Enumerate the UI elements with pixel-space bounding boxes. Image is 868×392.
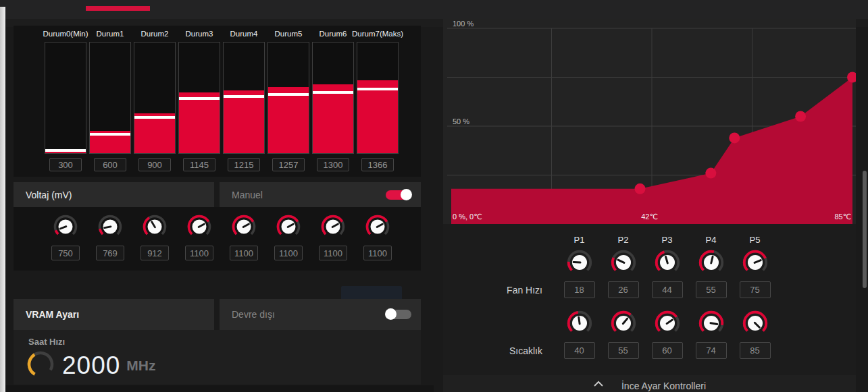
fan-speed-value-box[interactable]: 18 bbox=[564, 281, 595, 298]
fan-knob-cell bbox=[733, 248, 777, 277]
fine-tuning-expander[interactable]: İnce Ayar Kontrolleri bbox=[443, 375, 856, 392]
temperature-value-box[interactable]: 60 bbox=[652, 342, 683, 359]
voltage-value-box[interactable]: 912 bbox=[141, 246, 169, 260]
temperature-value-box[interactable]: 85 bbox=[740, 342, 771, 359]
gpu-state-bar[interactable] bbox=[267, 42, 309, 154]
svg-text:100 %: 100 % bbox=[453, 20, 474, 28]
temperature-knob[interactable] bbox=[697, 309, 725, 337]
fan-speed-value-box[interactable]: 26 bbox=[608, 281, 639, 298]
voltage-value-box[interactable]: 750 bbox=[51, 246, 80, 260]
gpu-state-fill bbox=[313, 84, 353, 153]
voltage-value-box[interactable]: 1100 bbox=[274, 246, 303, 260]
fan-curve-point[interactable] bbox=[705, 168, 716, 179]
voltage-value-box[interactable]: 1100 bbox=[230, 246, 258, 260]
radeon-tuning-screen: Durum0(Min)300Durum1600Durum2900Durum311… bbox=[0, 0, 868, 392]
gpu-state-frequency-box[interactable]: 600 bbox=[94, 158, 126, 171]
gpu-state-label: Durum7(Maks) bbox=[352, 28, 403, 39]
gpu-state-frequency-box[interactable]: 1145 bbox=[183, 158, 215, 171]
gpu-state-frequency-box[interactable]: 1215 bbox=[228, 158, 260, 171]
fan-knob-cell bbox=[689, 248, 733, 277]
gpu-state-frequency-box[interactable]: 1366 bbox=[361, 158, 394, 171]
fan-curve-point[interactable] bbox=[635, 184, 646, 194]
voltage-value-box[interactable]: 1100 bbox=[319, 246, 347, 260]
gpu-state-frequency-box[interactable]: 1257 bbox=[272, 158, 305, 171]
voltage-knob-column: 750 bbox=[45, 207, 86, 271]
gpu-state-label: Durum4 bbox=[230, 28, 258, 39]
fan-knob-row bbox=[443, 309, 856, 337]
voltage-value-box[interactable]: 1100 bbox=[363, 246, 392, 260]
temperature-knob[interactable] bbox=[565, 309, 594, 337]
voltage-knob-column: 1100 bbox=[223, 207, 265, 271]
temperature-knob[interactable] bbox=[741, 309, 769, 337]
voltage-header-row: Voltaj (mV) Manuel bbox=[14, 182, 421, 207]
gpu-state-bar[interactable] bbox=[89, 42, 131, 154]
fan-box-cell: 18 bbox=[557, 281, 601, 298]
fan-knob-cell bbox=[601, 309, 645, 337]
bottom-strip bbox=[5, 385, 434, 392]
svg-text:50 %: 50 % bbox=[453, 117, 469, 125]
temperature-knob[interactable] bbox=[609, 309, 638, 337]
gpu-state-marker bbox=[45, 149, 86, 152]
gpu-state-label: Durum0(Min) bbox=[43, 28, 88, 39]
fan-speed-knob[interactable] bbox=[609, 248, 638, 277]
voltage-value-box[interactable]: 1100 bbox=[185, 246, 213, 260]
gpu-state-fill bbox=[179, 92, 220, 153]
voltage-knob-strip: 75076991211001100110011001100 bbox=[14, 207, 421, 271]
gpu-state-bar[interactable] bbox=[223, 42, 265, 154]
gpu-state-marker bbox=[224, 95, 264, 98]
voltage-knob[interactable] bbox=[141, 213, 168, 240]
vram-toggle[interactable] bbox=[386, 310, 411, 319]
gpu-state-frequency-box[interactable]: 300 bbox=[49, 158, 82, 171]
voltage-manual-toggle[interactable] bbox=[386, 190, 411, 200]
temperature-knob[interactable] bbox=[653, 309, 682, 337]
fan-knob-cell bbox=[645, 248, 689, 277]
clock-speed-unit: MHz bbox=[126, 358, 155, 374]
temperature-value-box[interactable]: 74 bbox=[696, 342, 727, 359]
voltage-knob[interactable] bbox=[230, 213, 257, 240]
voltage-knob-column: 1100 bbox=[312, 207, 354, 271]
vram-label: VRAM Ayarı bbox=[26, 309, 79, 320]
temperature-value-box[interactable]: 55 bbox=[608, 342, 639, 359]
voltage-mode-cell: Manuel bbox=[220, 182, 421, 207]
window-edge bbox=[0, 7, 5, 392]
fan-curve-point[interactable] bbox=[729, 132, 740, 143]
fan-point-headers: P1P2P3P4P5 bbox=[443, 235, 856, 245]
gpu-state-column: Durum51257 bbox=[267, 28, 309, 171]
gpu-state-bar[interactable] bbox=[178, 42, 220, 154]
gpu-state-bar[interactable] bbox=[45, 42, 86, 154]
fan-speed-knob[interactable] bbox=[565, 248, 594, 277]
gpu-states-row: Durum0(Min)300Durum1600Durum2900Durum311… bbox=[14, 26, 421, 171]
voltage-knob[interactable] bbox=[320, 213, 347, 240]
fan-value-row: Sıcaklık4055607485 bbox=[443, 342, 856, 359]
fan-speed-knob[interactable] bbox=[697, 248, 725, 277]
fan-speed-value-box[interactable]: 44 bbox=[652, 281, 683, 298]
voltage-knob[interactable] bbox=[186, 213, 213, 240]
vertical-scrollbar[interactable] bbox=[863, 171, 867, 288]
fan-box-cell: 26 bbox=[601, 281, 645, 298]
voltage-knob[interactable] bbox=[275, 213, 302, 240]
gpu-state-frequency-box[interactable]: 900 bbox=[138, 158, 171, 171]
fan-speed-value-box[interactable]: 75 bbox=[740, 281, 771, 298]
voltage-knob[interactable] bbox=[364, 213, 391, 240]
fan-speed-knob[interactable] bbox=[653, 248, 682, 277]
gpu-state-marker bbox=[179, 97, 220, 100]
temperature-row-label: Sıcaklık bbox=[459, 345, 557, 356]
vram-section-title: VRAM Ayarı bbox=[14, 299, 214, 330]
fan-curve-point[interactable] bbox=[795, 111, 806, 122]
temperature-value-box[interactable]: 40 bbox=[564, 342, 595, 359]
gpu-state-bar[interactable] bbox=[357, 42, 399, 154]
gpu-state-bar[interactable] bbox=[312, 42, 354, 154]
voltage-knob[interactable] bbox=[97, 213, 124, 240]
gpu-state-bar[interactable] bbox=[134, 42, 176, 154]
gpu-state-frequency-box[interactable]: 1300 bbox=[317, 158, 349, 171]
gpu-state-fill bbox=[134, 113, 175, 153]
fan-knob-cell bbox=[557, 309, 601, 337]
gpu-state-marker bbox=[134, 116, 175, 119]
fan-speed-knob[interactable] bbox=[741, 248, 769, 277]
fan-speed-value-box[interactable]: 55 bbox=[696, 281, 727, 298]
fan-knob-cell bbox=[601, 248, 645, 277]
vram-header-row: VRAM Ayarı Devre dışı bbox=[14, 299, 421, 330]
voltage-value-box[interactable]: 769 bbox=[96, 246, 124, 260]
gpu-state-column: Durum31145 bbox=[178, 28, 220, 171]
voltage-knob[interactable] bbox=[52, 213, 79, 240]
